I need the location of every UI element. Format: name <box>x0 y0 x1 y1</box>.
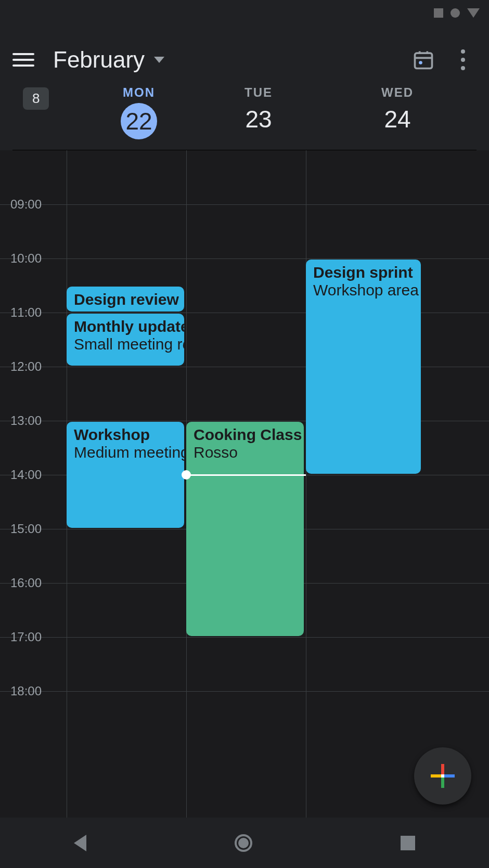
day-of-week-label: TUE <box>199 85 318 100</box>
event-title: Design sprint <box>313 264 414 281</box>
svg-rect-7 <box>431 774 441 778</box>
month-picker[interactable]: February <box>53 47 164 73</box>
event-block[interactable]: Design sprintWorkshop area <box>306 260 421 474</box>
event-title: Cooking Class <box>194 426 297 444</box>
hamburger-icon <box>12 53 34 55</box>
week-number-badge: 8 <box>23 87 49 110</box>
plus-icon <box>431 764 455 788</box>
svg-rect-0 <box>415 53 432 68</box>
svg-rect-8 <box>444 774 455 778</box>
svg-rect-5 <box>441 764 444 774</box>
event-block[interactable]: Cooking ClassRosso <box>186 422 304 636</box>
app-header: February 8 <box>0 26 489 150</box>
system-nav-bar <box>0 818 489 868</box>
menu-button[interactable] <box>12 53 37 67</box>
add-event-button[interactable] <box>414 747 471 805</box>
current-time-dot <box>182 470 191 480</box>
event-block[interactable]: Monthly updateSmall meeting ro <box>67 314 184 366</box>
calendar-today-icon <box>412 48 435 71</box>
event-location: Small meeting ro <box>74 335 177 353</box>
hour-label: 15:00 <box>10 522 42 536</box>
overflow-menu-button[interactable] <box>455 49 471 70</box>
status-indicator-square <box>434 8 443 18</box>
month-label: February <box>53 47 145 73</box>
hour-gridline <box>0 637 489 638</box>
current-time-indicator <box>186 474 306 476</box>
nav-home-button[interactable] <box>235 834 252 852</box>
event-location: Rosso <box>194 444 297 461</box>
day-header-row: 8 MON 22 TUE 23 WED 24 <box>12 78 477 150</box>
day-of-week-label: MON <box>79 85 199 100</box>
day-number: 24 <box>318 105 477 133</box>
hour-label: 12:00 <box>10 359 42 374</box>
hour-gridline <box>0 691 489 692</box>
day-header-mon[interactable]: MON 22 <box>79 85 199 139</box>
hour-label: 13:00 <box>10 413 42 428</box>
hour-label: 10:00 <box>10 251 42 266</box>
hour-label: 11:00 <box>10 305 42 320</box>
day-col-divider <box>306 150 306 826</box>
hour-gridline <box>0 204 489 205</box>
dots-vertical-icon <box>461 49 465 54</box>
day-of-week-label: WED <box>318 85 477 100</box>
hour-gridline <box>0 258 489 259</box>
event-title: Workshop <box>74 426 177 444</box>
status-indicator-triangle <box>467 8 480 18</box>
nav-recent-button[interactable] <box>401 836 415 850</box>
today-button[interactable] <box>412 48 435 71</box>
event-block[interactable]: Design review <box>67 287 184 312</box>
hour-label: 09:00 <box>10 197 42 212</box>
day-header-tue[interactable]: TUE 23 <box>199 85 318 139</box>
calendar-grid[interactable]: 09:0010:0011:0012:0013:0014:0015:0016:00… <box>0 150 489 826</box>
day-number: 22 <box>121 103 157 139</box>
status-bar <box>0 0 489 26</box>
chevron-down-icon <box>154 57 164 63</box>
hour-label: 18:00 <box>10 684 42 698</box>
hour-label: 16:00 <box>10 576 42 590</box>
nav-back-button[interactable] <box>74 835 86 851</box>
svg-rect-6 <box>441 778 444 788</box>
hour-label: 17:00 <box>10 630 42 644</box>
svg-point-4 <box>419 61 422 64</box>
event-location: Medium meeting <box>74 444 177 461</box>
event-location: Workshop area <box>313 281 414 299</box>
svg-rect-9 <box>441 774 444 778</box>
event-title: Monthly update <box>74 318 177 335</box>
day-header-wed[interactable]: WED 24 <box>318 85 477 139</box>
event-block[interactable]: WorkshopMedium meeting <box>67 422 184 528</box>
day-number: 23 <box>199 105 318 133</box>
hour-label: 14:00 <box>10 468 42 482</box>
status-indicator-circle <box>451 8 460 18</box>
event-title: Design review <box>74 291 177 308</box>
